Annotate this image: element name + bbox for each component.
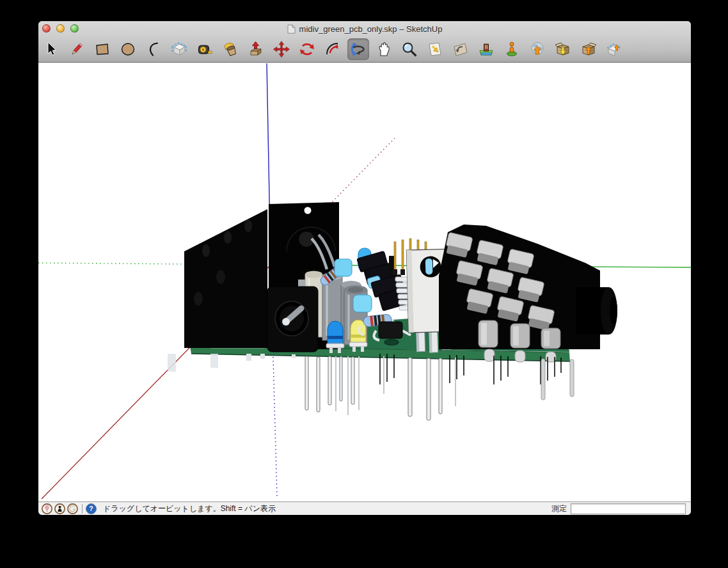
google-earth-button[interactable] bbox=[525, 36, 550, 62]
arc-button[interactable] bbox=[141, 36, 166, 62]
credit-person-icon[interactable] bbox=[54, 503, 65, 514]
make-component-button[interactable] bbox=[166, 36, 192, 62]
google-icon[interactable] bbox=[67, 503, 78, 514]
move-icon bbox=[273, 41, 290, 58]
help-icon[interactable]: ? bbox=[86, 503, 97, 514]
position-camera-icon bbox=[503, 41, 520, 58]
jack-barrel bbox=[576, 287, 617, 335]
get-models-button[interactable] bbox=[550, 36, 576, 62]
dc-power-jack bbox=[267, 287, 318, 352]
position-camera-button[interactable] bbox=[499, 36, 525, 62]
rectangle-icon bbox=[94, 41, 111, 58]
close-button[interactable] bbox=[42, 24, 51, 33]
google-earth-icon bbox=[529, 41, 546, 58]
document-icon bbox=[287, 24, 296, 34]
minimize-button[interactable] bbox=[56, 24, 65, 33]
window-controls bbox=[42, 24, 79, 33]
toolbar bbox=[38, 36, 691, 62]
rotate-button[interactable] bbox=[294, 36, 320, 62]
window-title: midiv_green_pcb_only.skp – SketchUp bbox=[287, 24, 443, 34]
paint-bucket-icon bbox=[222, 41, 239, 58]
zoom-extents-icon bbox=[427, 41, 443, 58]
circle-icon bbox=[120, 41, 136, 58]
measurement-label: 測定 bbox=[551, 503, 567, 514]
pan-hand-icon bbox=[376, 41, 392, 58]
line-pencil-icon bbox=[68, 41, 85, 58]
geolocation-icon[interactable] bbox=[42, 503, 52, 514]
share-component-button[interactable] bbox=[601, 36, 627, 62]
measurement-input[interactable] bbox=[571, 503, 686, 514]
zoom-button[interactable] bbox=[70, 24, 79, 33]
model-canvas bbox=[38, 63, 691, 501]
right-gray-pins bbox=[541, 359, 574, 400]
make-component-icon bbox=[171, 41, 187, 58]
tape-measure-icon bbox=[196, 41, 213, 58]
jack-block bbox=[439, 225, 617, 362]
push-pull-button[interactable] bbox=[243, 36, 269, 62]
get-models-icon bbox=[555, 41, 571, 58]
share-component-icon bbox=[606, 41, 622, 58]
pin-stubs bbox=[168, 354, 296, 372]
zoom-extents-button[interactable] bbox=[422, 36, 448, 62]
window-title-text: midiv_green_pcb_only.skp – SketchUp bbox=[299, 24, 443, 34]
white-pins bbox=[305, 356, 442, 420]
din-panel-left bbox=[184, 209, 267, 348]
orbit-icon bbox=[350, 41, 367, 58]
previous-button[interactable] bbox=[448, 36, 473, 62]
zoom-button[interactable] bbox=[397, 36, 422, 62]
line-button[interactable] bbox=[64, 36, 90, 62]
rectangle-button[interactable] bbox=[90, 36, 115, 62]
titlebar[interactable]: midiv_green_pcb_only.skp – SketchUp bbox=[38, 21, 691, 36]
3d-viewport[interactable] bbox=[38, 63, 691, 501]
paint-bucket-button[interactable] bbox=[218, 36, 243, 62]
rotate-icon bbox=[299, 41, 315, 58]
status-bar: ? ドラッグしてオービットします。Shift = パン表示 測定 bbox=[38, 501, 691, 515]
zoom-magnifier-icon bbox=[401, 41, 418, 58]
share-model-button[interactable] bbox=[576, 36, 601, 62]
svg-text:?: ? bbox=[89, 505, 93, 512]
add-location-button[interactable] bbox=[473, 36, 499, 62]
previous-icon bbox=[452, 41, 469, 58]
orbit-button[interactable] bbox=[345, 36, 371, 62]
offset-button[interactable] bbox=[320, 36, 345, 62]
status-hint: ドラッグしてオービットします。Shift = パン表示 bbox=[103, 503, 276, 514]
select-icon bbox=[43, 41, 59, 58]
under-board-pins bbox=[168, 354, 574, 420]
add-location-icon bbox=[478, 41, 495, 58]
blue-led bbox=[326, 321, 344, 353]
push-pull-icon bbox=[248, 41, 264, 58]
offset-icon bbox=[324, 41, 341, 58]
window-header: midiv_green_pcb_only.skp – SketchUp bbox=[38, 21, 691, 63]
share-model-icon bbox=[580, 41, 597, 58]
move-button[interactable] bbox=[269, 36, 294, 62]
pcb-model bbox=[168, 202, 617, 420]
tape-measure-button[interactable] bbox=[192, 36, 218, 62]
panel-hole bbox=[305, 207, 312, 214]
circle-button[interactable] bbox=[115, 36, 141, 62]
statusbar-separator bbox=[82, 504, 83, 514]
arc-icon bbox=[145, 41, 162, 58]
sketchup-window: midiv_green_pcb_only.skp – SketchUp bbox=[38, 21, 691, 515]
select-button[interactable] bbox=[38, 36, 64, 62]
mounting-hole bbox=[384, 340, 399, 345]
pan-button[interactable] bbox=[371, 36, 397, 62]
